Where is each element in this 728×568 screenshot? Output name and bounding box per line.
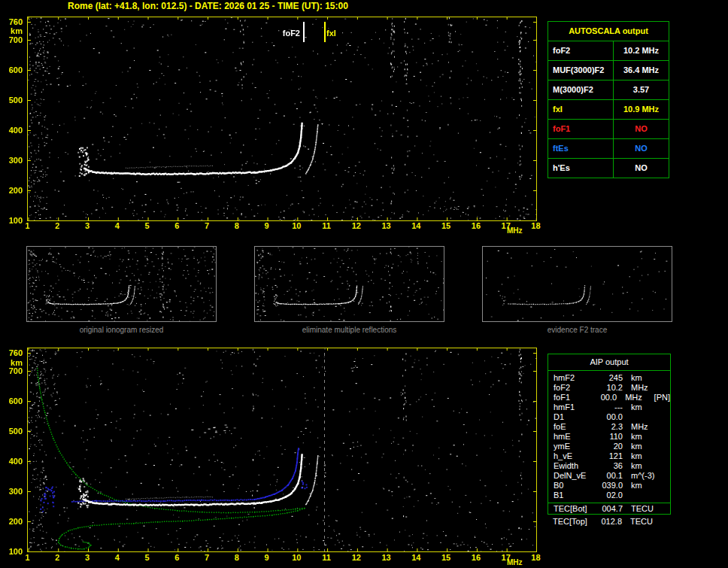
aip-table-row: foF100.0MHz[PN]: [548, 393, 670, 402]
aip-row-note: [663, 481, 670, 491]
y-tick-label: 400: [3, 126, 23, 135]
x-tick-label: 13: [379, 553, 394, 562]
aip-table-row: ymE20km: [548, 442, 670, 451]
top-plot-mhz-unit-label: MHz: [507, 226, 523, 235]
aip-row-unit: km: [623, 373, 663, 383]
x-tick-label: 11: [319, 553, 334, 562]
aip-table-title: AIP output: [548, 354, 670, 371]
fxi-marker-label: fxI: [326, 29, 336, 38]
thumbnail-evidence-f2-trace: [482, 246, 672, 322]
y-tick-label: 600: [3, 65, 23, 74]
y-tick-label: 700: [3, 35, 23, 44]
y-tick-label: 200: [3, 186, 23, 195]
aip-table-row: hmF2245km: [548, 373, 670, 383]
autoscala-row-value: 10.9 MHz: [614, 100, 669, 119]
x-tick-label: 7: [199, 553, 214, 562]
y-tick-label: 200: [3, 517, 23, 526]
x-tick-label: 4: [110, 553, 125, 562]
aip-table-row: D100.0: [548, 412, 670, 422]
aip-row-unit: km: [623, 481, 663, 491]
y-tick-label: 600: [3, 396, 23, 405]
tec-row-value: 004.7: [596, 503, 623, 514]
x-tick-label: 16: [469, 221, 484, 230]
autoscala-row-label: foF2: [548, 41, 614, 60]
tec-row-unit: TECU: [622, 516, 662, 527]
aip-row-label: DelN_vE: [548, 471, 596, 481]
aip-table-row: Ewidth36km: [548, 461, 670, 471]
top-ionogram-plot: [27, 17, 537, 221]
aip-row-unit: km: [623, 451, 663, 461]
x-tick-label: 12: [349, 221, 364, 230]
bottom-profile-plot: [27, 348, 537, 552]
x-tick-label: 1: [20, 221, 35, 230]
x-tick-label: 8: [229, 553, 244, 562]
aip-row-value: 2.3: [596, 422, 623, 432]
x-tick-label: 11: [319, 221, 334, 230]
aip-row-note: [663, 461, 670, 471]
aip-row-label: foF2: [548, 383, 596, 393]
aip-row-value: 36: [596, 461, 623, 471]
autoscala-row-label: h'Es: [548, 159, 614, 178]
aip-row-note: [663, 373, 670, 383]
aip-table-row: hmE110km: [548, 432, 670, 442]
aip-row-value: 039.0: [596, 481, 623, 491]
tec-bot-row: TEC[Bot]004.7TECU: [548, 503, 670, 514]
autoscala-table-title: AUTOSCALA output: [548, 22, 669, 41]
aip-row-unit: km: [623, 442, 663, 451]
x-tick-label: 4: [110, 221, 125, 230]
tec-top-row: TEC[Top]012.8TECU: [548, 516, 669, 527]
page-title: Rome (lat: +41.8, lon: 012.5) - DATE: 20…: [68, 1, 348, 11]
aip-row-value: ---: [596, 402, 623, 412]
aip-row-value: 121: [596, 451, 623, 461]
x-tick-label: 5: [140, 221, 155, 230]
aip-table-row: B0039.0km: [548, 481, 670, 491]
aip-row-note: [663, 451, 670, 461]
tec-row-value: 012.8: [595, 516, 622, 527]
aip-row-unit: [623, 491, 663, 500]
x-tick-label: 6: [169, 221, 184, 230]
aip-row-label: hmF1: [548, 402, 596, 412]
y-tick-label: 300: [3, 156, 23, 165]
x-tick-label: 3: [80, 221, 95, 230]
aip-row-unit: [623, 412, 663, 422]
autoscala-row-label: ftEs: [548, 139, 614, 158]
aip-row-note: [663, 432, 670, 442]
x-tick-label: 14: [408, 553, 423, 562]
aip-row-note: [663, 471, 670, 481]
aip-row-note: [663, 402, 670, 412]
autoscala-table-row: foF1NO: [548, 120, 669, 139]
x-tick-label: 18: [528, 221, 543, 230]
aip-table-row: foF210.2MHz: [548, 383, 670, 393]
autoscala-row-value: 3.57: [614, 80, 669, 99]
autoscala-row-label: foF1: [548, 120, 614, 138]
x-tick-label: 18: [528, 553, 543, 562]
aip-table-row: h_vE121km: [548, 451, 670, 461]
top-plot-km-unit-label: km: [3, 26, 23, 35]
x-tick-label: 2: [50, 221, 65, 230]
x-tick-label: 14: [408, 221, 423, 230]
autoscala-table-row: ftEsNO: [548, 139, 669, 159]
aip-row-unit: m^(-3): [623, 471, 663, 481]
aip-row-value: 20: [596, 442, 623, 451]
aip-row-value: 00.1: [596, 471, 623, 481]
aip-row-unit: MHz: [623, 383, 663, 393]
y-tick-label: 500: [3, 427, 23, 436]
aip-table-row: foE2.3MHz: [548, 422, 670, 432]
autoscala-row-value: NO: [614, 139, 669, 158]
x-tick-label: 1: [20, 553, 35, 562]
thumbnail-caption-original: original ionogram resized: [26, 326, 217, 334]
y-tick-label: 760: [3, 17, 23, 26]
autoscala-table-row: h'EsNO: [548, 159, 669, 178]
aip-row-note: [PN]: [654, 393, 670, 402]
fof2-marker-label: foF2: [278, 29, 300, 38]
x-tick-label: 15: [438, 221, 453, 230]
tec-row-unit: TECU: [623, 503, 663, 514]
autoscala-row-label: MUF(3000)F2: [548, 61, 614, 80]
y-tick-label: 760: [3, 348, 23, 357]
autoscala-table-row: foF210.2 MHz: [548, 41, 669, 61]
aip-row-value: 10.2: [596, 383, 623, 393]
autoscala-table-row: fxI10.9 MHz: [548, 100, 669, 120]
x-tick-label: 9: [259, 221, 275, 230]
x-tick-label: 13: [379, 221, 394, 230]
aip-row-label: h_vE: [548, 451, 596, 461]
